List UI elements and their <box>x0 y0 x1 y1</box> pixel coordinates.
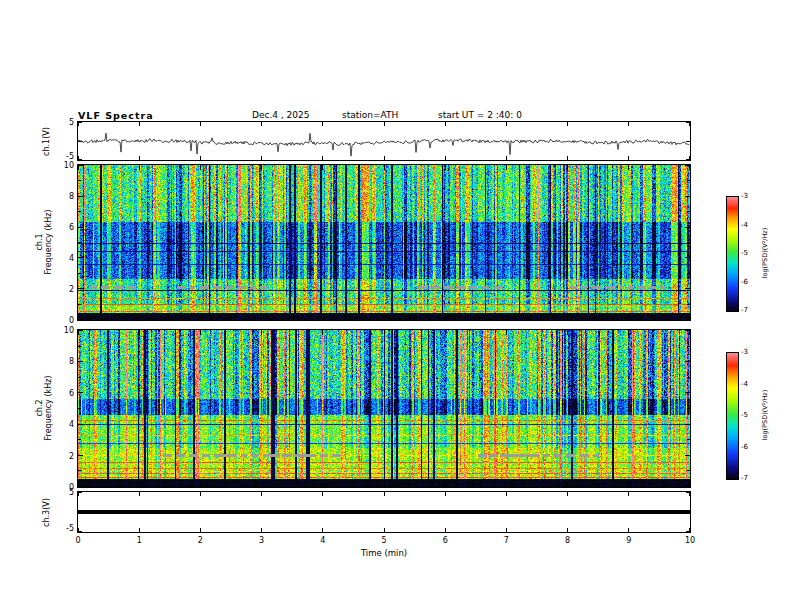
ch1-spectrogram-panel <box>77 164 691 321</box>
ch3-waveform-panel <box>77 491 691 533</box>
colorbar-tick-label: -6 <box>741 443 748 451</box>
x-tick-label: 8 <box>565 536 570 545</box>
x-tick-label: 0 <box>75 536 80 545</box>
ch3-wave-axis-label: ch.3(V) <box>42 443 51 583</box>
x-tick-label: 9 <box>626 536 631 545</box>
freq-tick-label: 0 <box>44 316 74 325</box>
ch2-spectrogram-panel <box>77 329 691 488</box>
ch2-spectrogram-canvas <box>78 330 690 487</box>
date-label: Dec.4 , 2025 <box>252 110 310 120</box>
vlf-spectra-figure: VLF Spectra Dec.4 , 2025 station=ATH sta… <box>0 0 792 612</box>
x-tick-label: 10 <box>685 536 695 545</box>
figure-title: VLF Spectra <box>78 110 154 121</box>
start-ut-label: start UT = 2 :40: 0 <box>438 110 522 120</box>
freq-tick-label: 4 <box>44 420 74 429</box>
ch1-waveform-panel <box>77 121 691 161</box>
colorbar-tick-label: -7 <box>741 474 748 482</box>
freq-tick-label: 6 <box>44 223 74 232</box>
colorbar-1 <box>726 196 739 312</box>
colorbar-1-gradient <box>727 197 738 311</box>
x-tick-label: 4 <box>320 536 325 545</box>
colorbar-tick-label: -3 <box>741 192 748 200</box>
freq-tick-label: 8 <box>44 357 74 366</box>
x-tick-label: 2 <box>198 536 203 545</box>
colorbar-tick-label: -7 <box>741 306 748 314</box>
ch1-waveform-canvas <box>78 122 690 160</box>
x-tick-label: 7 <box>504 536 509 545</box>
freq-tick-label: 6 <box>44 389 74 398</box>
colorbar-tick-label: -4 <box>741 221 748 229</box>
ch3-waveform-canvas <box>78 492 690 532</box>
ch1-spec-axis-label-line1: ch.1 <box>35 172 44 312</box>
x-tick-label: 5 <box>381 536 386 545</box>
colorbar-2-gradient <box>727 353 738 479</box>
colorbar-tick-label: -6 <box>741 278 748 286</box>
ch1-spectrogram-canvas <box>78 165 690 320</box>
freq-tick-label: 4 <box>44 254 74 263</box>
x-tick-label: 1 <box>137 536 142 545</box>
colorbar-2-label: log(PSD)(V²/Hz) <box>761 345 769 485</box>
freq-tick-label: 10 <box>44 161 74 170</box>
freq-tick-label: 8 <box>44 192 74 201</box>
freq-tick-label: 10 <box>44 326 74 335</box>
freq-tick-label: 2 <box>44 285 74 294</box>
colorbar-1-label: log(PSD)(V²/Hz) <box>761 183 769 323</box>
x-axis-label: Time (min) <box>361 548 407 558</box>
x-tick-label: 6 <box>443 536 448 545</box>
colorbar-2 <box>726 352 739 480</box>
colorbar-tick-label: -5 <box>741 249 748 257</box>
colorbar-tick-label: -3 <box>741 348 748 356</box>
x-tick-label: 3 <box>259 536 264 545</box>
colorbar-tick-label: -4 <box>741 380 748 388</box>
colorbar-tick-label: -5 <box>741 411 748 419</box>
station-label: station=ATH <box>342 110 398 120</box>
